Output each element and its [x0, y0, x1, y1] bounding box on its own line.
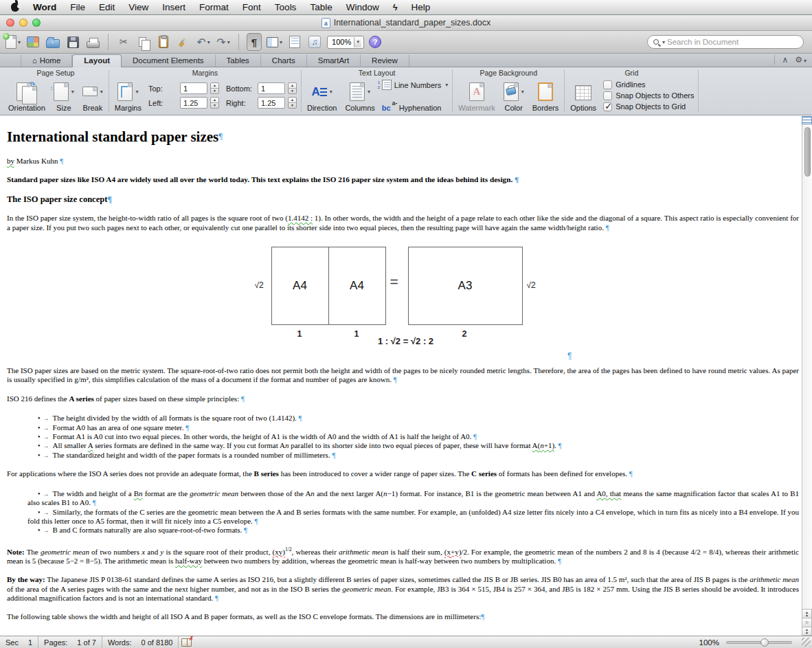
menu-help[interactable]: Help — [405, 0, 438, 14]
browse-next-button[interactable]: ▼▼ — [802, 627, 812, 636]
tab-home[interactable]: ⌂Home — [21, 55, 72, 67]
list-item[interactable]: •→The height divided by the width of all… — [27, 414, 799, 423]
print-button[interactable] — [85, 33, 100, 51]
color-button[interactable]: ▾ Color — [502, 78, 526, 113]
hyphenation-button[interactable]: bcHyphenation — [382, 104, 449, 112]
open-button[interactable] — [45, 33, 60, 51]
menu-window[interactable]: Window — [339, 0, 386, 14]
menu-view[interactable]: View — [122, 0, 155, 14]
snap-grid-checkbox[interactable] — [603, 102, 612, 111]
break-button[interactable]: ▾ Break — [81, 78, 104, 113]
size-button[interactable]: ↕▾ Size — [52, 78, 76, 113]
apple-menu[interactable] — [4, 3, 26, 12]
list-item[interactable]: •→B and C formats naturally are also squ… — [27, 526, 799, 535]
menu-word[interactable]: Word — [26, 0, 63, 14]
menu-format[interactable]: Format — [192, 0, 236, 14]
columns-button[interactable]: ▾ Columns — [343, 78, 376, 113]
save-button[interactable] — [65, 33, 80, 51]
margin-top-input[interactable]: 1 — [180, 82, 207, 94]
spellcheck-status-icon[interactable] — [181, 638, 192, 647]
byway-paragraph[interactable]: By the way: The Japanese JIS P 0138-61 s… — [7, 575, 799, 603]
menu-tools[interactable]: Tools — [268, 0, 304, 14]
outline-view-button[interactable] — [287, 33, 302, 51]
list-item[interactable]: •→The standardized height and width of t… — [27, 451, 799, 460]
margin-bottom-input[interactable]: 1 — [258, 82, 285, 94]
help-button[interactable]: ? — [369, 36, 381, 48]
show-formatting-button[interactable]: ¶ — [247, 33, 262, 51]
margin-right-stepper[interactable]: ▲▼ — [288, 97, 297, 109]
script-menu-icon[interactable]: ϟ — [386, 0, 405, 14]
select-browse-object-button[interactable]: ○ — [802, 618, 812, 627]
redo-button[interactable]: ↷▾ — [216, 33, 231, 51]
line-numbers-button[interactable]: Line Numbers▾ — [382, 80, 449, 90]
paragraph[interactable]: For applications where the ISO A series … — [7, 469, 799, 478]
orientation-button[interactable]: ↷▾ Orientation — [7, 78, 47, 113]
browse-previous-button[interactable]: ▲▲ — [802, 609, 812, 618]
menu-insert[interactable]: Insert — [155, 0, 192, 14]
list-item[interactable]: •→The width and height of a Bn format ar… — [27, 489, 799, 508]
document-canvas[interactable]: International standard paper sizes¶ by M… — [0, 116, 802, 636]
tab-layout[interactable]: Layout — [72, 54, 122, 67]
gridlines-checkbox[interactable] — [603, 80, 612, 89]
search-input[interactable] — [667, 38, 798, 46]
tab-document-elements[interactable]: Document Elements — [122, 55, 216, 67]
margin-right-input[interactable]: 1.25 — [258, 97, 285, 109]
paragraph[interactable]: The following table shows the width and … — [7, 612, 799, 621]
watermark-button[interactable]: A Watermark — [457, 78, 496, 113]
resize-grip[interactable] — [802, 638, 811, 647]
cut-button[interactable]: ✂ — [116, 33, 131, 51]
zoom-window-button[interactable] — [32, 19, 41, 27]
paragraph[interactable]: The ISO paper sizes are based on the met… — [7, 366, 799, 385]
paragraph[interactable]: In the ISO paper size system, the height… — [7, 214, 799, 232]
search-options-arrow[interactable]: ▾ — [662, 39, 665, 45]
menu-font[interactable]: Font — [236, 0, 268, 14]
format-painter-button[interactable] — [176, 33, 191, 51]
title-bar[interactable]: a International_standard_paper_sizes.doc… — [0, 15, 812, 31]
close-button[interactable] — [6, 19, 14, 27]
tab-charts[interactable]: Charts — [261, 55, 307, 67]
list-item[interactable]: •→Format A0 has an area of one square me… — [27, 423, 799, 432]
vertical-scrollbar[interactable]: ▲▲ ○ ▼▼ — [802, 116, 812, 636]
zoom-slider-knob[interactable] — [760, 638, 769, 647]
document-heading[interactable]: International standard paper sizes¶ — [7, 127, 799, 146]
note-paragraph[interactable]: Note: The geometric mean of two numbers … — [7, 545, 799, 566]
snap-grid-checkbox-row[interactable]: Snap Objects to Grid — [603, 102, 694, 111]
collapse-ribbon-button[interactable]: ∧ — [782, 55, 788, 65]
list-item[interactable]: •→All smaller A series formats are defin… — [27, 441, 799, 450]
ribbon-settings-button[interactable]: ⚙▾ — [795, 55, 807, 65]
zoom-slider[interactable] — [726, 641, 792, 644]
tab-smartart[interactable]: SmartArt — [307, 55, 361, 67]
gridlines-checkbox-row[interactable]: Gridlines — [603, 80, 694, 89]
direction-button[interactable]: A▾ Direction — [306, 78, 338, 113]
words-indicator[interactable]: Words:0 of 8180 — [102, 636, 179, 648]
new-document-button[interactable]: ▾ — [5, 33, 21, 51]
intro-paragraph[interactable]: Standard paper sizes like ISO A4 are wid… — [7, 175, 799, 184]
view-switch-button[interactable]: ▾ — [267, 33, 282, 51]
list-item[interactable]: •→Format A1 is A0 cut into two equal pie… — [27, 432, 799, 441]
byline[interactable]: by Markus Kuhn ¶ — [7, 157, 799, 166]
paste-button[interactable] — [156, 33, 171, 51]
tab-tables[interactable]: Tables — [216, 55, 261, 67]
tab-review[interactable]: Review — [361, 55, 409, 67]
snap-others-checkbox[interactable] — [603, 91, 612, 100]
grid-options-button[interactable]: Options — [569, 78, 598, 113]
menu-table[interactable]: Table — [303, 0, 339, 14]
menu-file[interactable]: File — [63, 0, 92, 14]
split-view-button[interactable] — [802, 116, 812, 124]
zoom-dropdown[interactable]: 100%▾ — [327, 36, 364, 49]
elements-gallery-button[interactable] — [25, 33, 41, 51]
media-browser-button[interactable]: ♫ — [307, 33, 322, 51]
search-field[interactable]: ▾ — [647, 35, 804, 49]
menu-edit[interactable]: Edit — [92, 0, 122, 14]
copy-button[interactable] — [136, 33, 151, 51]
list-item[interactable]: •→Similarly, the formats of the C series… — [27, 508, 799, 526]
margins-button[interactable]: ▾ Margins — [113, 78, 143, 113]
margin-left-stepper[interactable]: ▲▼ — [210, 97, 219, 109]
minimize-button[interactable] — [19, 19, 27, 27]
scrollbar-thumb[interactable] — [804, 127, 811, 177]
section-heading[interactable]: The ISO paper size concept¶ — [7, 195, 799, 204]
borders-button[interactable]: Borders — [531, 78, 561, 113]
margin-left-input[interactable]: 1.25 — [180, 97, 207, 109]
margin-top-stepper[interactable]: ▲▼ — [210, 82, 219, 94]
undo-button[interactable]: ↶▾ — [196, 33, 211, 51]
